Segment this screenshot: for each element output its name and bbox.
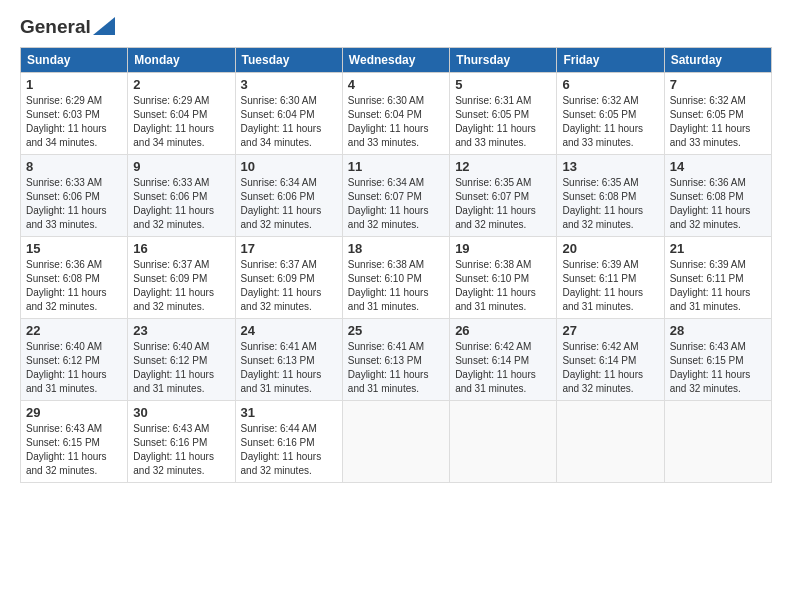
day-number: 1 [26, 77, 122, 92]
day-cell: 18Sunrise: 6:38 AM Sunset: 6:10 PM Dayli… [342, 237, 449, 319]
day-number: 15 [26, 241, 122, 256]
day-info: Sunrise: 6:37 AM Sunset: 6:09 PM Dayligh… [133, 258, 229, 314]
day-cell [664, 401, 771, 483]
day-info: Sunrise: 6:30 AM Sunset: 6:04 PM Dayligh… [241, 94, 337, 150]
weekday-sunday: Sunday [21, 48, 128, 73]
day-cell: 23Sunrise: 6:40 AM Sunset: 6:12 PM Dayli… [128, 319, 235, 401]
weekday-thursday: Thursday [450, 48, 557, 73]
day-cell: 14Sunrise: 6:36 AM Sunset: 6:08 PM Dayli… [664, 155, 771, 237]
day-cell: 15Sunrise: 6:36 AM Sunset: 6:08 PM Dayli… [21, 237, 128, 319]
day-cell: 9Sunrise: 6:33 AM Sunset: 6:06 PM Daylig… [128, 155, 235, 237]
day-number: 7 [670, 77, 766, 92]
day-cell: 12Sunrise: 6:35 AM Sunset: 6:07 PM Dayli… [450, 155, 557, 237]
week-row-5: 29Sunrise: 6:43 AM Sunset: 6:15 PM Dayli… [21, 401, 772, 483]
week-row-4: 22Sunrise: 6:40 AM Sunset: 6:12 PM Dayli… [21, 319, 772, 401]
calendar-table: SundayMondayTuesdayWednesdayThursdayFrid… [20, 47, 772, 483]
day-number: 14 [670, 159, 766, 174]
day-cell [557, 401, 664, 483]
day-cell: 24Sunrise: 6:41 AM Sunset: 6:13 PM Dayli… [235, 319, 342, 401]
day-info: Sunrise: 6:42 AM Sunset: 6:14 PM Dayligh… [455, 340, 551, 396]
day-info: Sunrise: 6:31 AM Sunset: 6:05 PM Dayligh… [455, 94, 551, 150]
day-info: Sunrise: 6:43 AM Sunset: 6:15 PM Dayligh… [670, 340, 766, 396]
weekday-friday: Friday [557, 48, 664, 73]
day-cell [342, 401, 449, 483]
day-cell: 8Sunrise: 6:33 AM Sunset: 6:06 PM Daylig… [21, 155, 128, 237]
day-number: 18 [348, 241, 444, 256]
weekday-wednesday: Wednesday [342, 48, 449, 73]
day-cell: 27Sunrise: 6:42 AM Sunset: 6:14 PM Dayli… [557, 319, 664, 401]
day-cell: 2Sunrise: 6:29 AM Sunset: 6:04 PM Daylig… [128, 73, 235, 155]
day-cell: 3Sunrise: 6:30 AM Sunset: 6:04 PM Daylig… [235, 73, 342, 155]
day-number: 23 [133, 323, 229, 338]
day-info: Sunrise: 6:41 AM Sunset: 6:13 PM Dayligh… [348, 340, 444, 396]
day-cell: 28Sunrise: 6:43 AM Sunset: 6:15 PM Dayli… [664, 319, 771, 401]
day-info: Sunrise: 6:40 AM Sunset: 6:12 PM Dayligh… [26, 340, 122, 396]
day-info: Sunrise: 6:43 AM Sunset: 6:16 PM Dayligh… [133, 422, 229, 478]
day-info: Sunrise: 6:36 AM Sunset: 6:08 PM Dayligh… [670, 176, 766, 232]
day-number: 28 [670, 323, 766, 338]
svg-marker-0 [93, 17, 115, 35]
day-info: Sunrise: 6:44 AM Sunset: 6:16 PM Dayligh… [241, 422, 337, 478]
day-cell: 5Sunrise: 6:31 AM Sunset: 6:05 PM Daylig… [450, 73, 557, 155]
page: General SundayMondayTuesdayWednesda [0, 0, 792, 612]
day-number: 31 [241, 405, 337, 420]
day-number: 12 [455, 159, 551, 174]
week-row-2: 8Sunrise: 6:33 AM Sunset: 6:06 PM Daylig… [21, 155, 772, 237]
day-number: 13 [562, 159, 658, 174]
day-info: Sunrise: 6:33 AM Sunset: 6:06 PM Dayligh… [133, 176, 229, 232]
day-cell: 16Sunrise: 6:37 AM Sunset: 6:09 PM Dayli… [128, 237, 235, 319]
day-number: 8 [26, 159, 122, 174]
day-cell: 17Sunrise: 6:37 AM Sunset: 6:09 PM Dayli… [235, 237, 342, 319]
day-info: Sunrise: 6:36 AM Sunset: 6:08 PM Dayligh… [26, 258, 122, 314]
day-cell: 29Sunrise: 6:43 AM Sunset: 6:15 PM Dayli… [21, 401, 128, 483]
day-number: 22 [26, 323, 122, 338]
logo-text: General [20, 16, 115, 39]
day-cell: 21Sunrise: 6:39 AM Sunset: 6:11 PM Dayli… [664, 237, 771, 319]
day-info: Sunrise: 6:30 AM Sunset: 6:04 PM Dayligh… [348, 94, 444, 150]
header: General [20, 16, 772, 37]
day-info: Sunrise: 6:43 AM Sunset: 6:15 PM Dayligh… [26, 422, 122, 478]
day-info: Sunrise: 6:33 AM Sunset: 6:06 PM Dayligh… [26, 176, 122, 232]
day-number: 9 [133, 159, 229, 174]
day-info: Sunrise: 6:39 AM Sunset: 6:11 PM Dayligh… [562, 258, 658, 314]
day-cell: 1Sunrise: 6:29 AM Sunset: 6:03 PM Daylig… [21, 73, 128, 155]
weekday-header-row: SundayMondayTuesdayWednesdayThursdayFrid… [21, 48, 772, 73]
day-number: 20 [562, 241, 658, 256]
day-number: 4 [348, 77, 444, 92]
day-info: Sunrise: 6:29 AM Sunset: 6:04 PM Dayligh… [133, 94, 229, 150]
day-cell: 4Sunrise: 6:30 AM Sunset: 6:04 PM Daylig… [342, 73, 449, 155]
day-number: 17 [241, 241, 337, 256]
day-cell: 6Sunrise: 6:32 AM Sunset: 6:05 PM Daylig… [557, 73, 664, 155]
day-info: Sunrise: 6:39 AM Sunset: 6:11 PM Dayligh… [670, 258, 766, 314]
day-info: Sunrise: 6:35 AM Sunset: 6:08 PM Dayligh… [562, 176, 658, 232]
day-info: Sunrise: 6:37 AM Sunset: 6:09 PM Dayligh… [241, 258, 337, 314]
day-cell: 11Sunrise: 6:34 AM Sunset: 6:07 PM Dayli… [342, 155, 449, 237]
week-row-1: 1Sunrise: 6:29 AM Sunset: 6:03 PM Daylig… [21, 73, 772, 155]
week-row-3: 15Sunrise: 6:36 AM Sunset: 6:08 PM Dayli… [21, 237, 772, 319]
day-cell: 22Sunrise: 6:40 AM Sunset: 6:12 PM Dayli… [21, 319, 128, 401]
day-cell: 31Sunrise: 6:44 AM Sunset: 6:16 PM Dayli… [235, 401, 342, 483]
day-number: 30 [133, 405, 229, 420]
day-cell: 30Sunrise: 6:43 AM Sunset: 6:16 PM Dayli… [128, 401, 235, 483]
day-info: Sunrise: 6:40 AM Sunset: 6:12 PM Dayligh… [133, 340, 229, 396]
day-info: Sunrise: 6:32 AM Sunset: 6:05 PM Dayligh… [670, 94, 766, 150]
day-number: 21 [670, 241, 766, 256]
day-info: Sunrise: 6:32 AM Sunset: 6:05 PM Dayligh… [562, 94, 658, 150]
day-number: 3 [241, 77, 337, 92]
day-info: Sunrise: 6:38 AM Sunset: 6:10 PM Dayligh… [348, 258, 444, 314]
day-info: Sunrise: 6:42 AM Sunset: 6:14 PM Dayligh… [562, 340, 658, 396]
day-cell: 20Sunrise: 6:39 AM Sunset: 6:11 PM Dayli… [557, 237, 664, 319]
day-number: 16 [133, 241, 229, 256]
day-number: 26 [455, 323, 551, 338]
day-number: 2 [133, 77, 229, 92]
day-number: 10 [241, 159, 337, 174]
day-cell: 25Sunrise: 6:41 AM Sunset: 6:13 PM Dayli… [342, 319, 449, 401]
logo: General [20, 16, 115, 37]
day-info: Sunrise: 6:29 AM Sunset: 6:03 PM Dayligh… [26, 94, 122, 150]
day-cell: 19Sunrise: 6:38 AM Sunset: 6:10 PM Dayli… [450, 237, 557, 319]
day-number: 29 [26, 405, 122, 420]
weekday-monday: Monday [128, 48, 235, 73]
weekday-tuesday: Tuesday [235, 48, 342, 73]
day-cell: 7Sunrise: 6:32 AM Sunset: 6:05 PM Daylig… [664, 73, 771, 155]
day-number: 5 [455, 77, 551, 92]
